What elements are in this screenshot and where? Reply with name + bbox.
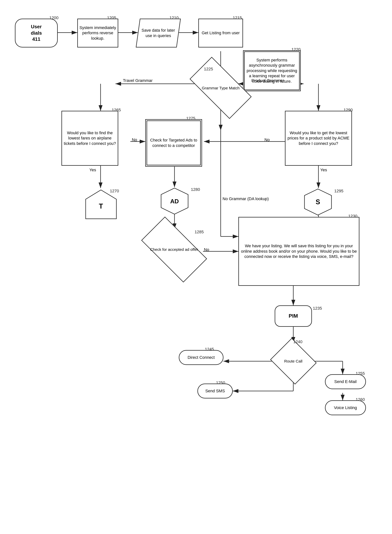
no-label-1265: No [132, 137, 137, 142]
yes-label-1290: Yes [320, 167, 327, 172]
check-ad-label: Check for accepted ad offer [148, 245, 200, 254]
label-1220: 1220 [291, 47, 301, 52]
voice-listing-label: Voice Listing [334, 405, 357, 411]
no-label-1290: No [264, 137, 270, 142]
direct-connect-label: Direct Connect [187, 355, 215, 360]
label-1280: 1280 [191, 187, 200, 192]
no-grammar-label: No Grammar (DA lookup) [223, 196, 269, 201]
system-grammar-shape: System performs asynchronously grammar p… [243, 50, 301, 91]
no-label-1285: No [204, 247, 209, 252]
label-1240: 1240 [293, 339, 303, 344]
user-dials-shape: Userdials411 [15, 19, 58, 47]
lowest-prices-label: Would you like to get the lowest prices … [285, 130, 351, 146]
lowest-fares-shape: Would you like to find the lowest fares … [61, 111, 118, 166]
flowchart-diagram: Userdials411 1200 System immediately per… [0, 0, 392, 534]
system-lookup-label: System immediately performs reverse look… [78, 25, 118, 41]
label-1285: 1285 [195, 230, 204, 234]
label-1270: 1270 [110, 189, 119, 193]
send-sms-label: Send SMS [205, 388, 225, 394]
targeted-ads-label: Check for Targeted Ads to connect to a c… [145, 135, 202, 151]
get-listing-label: Get Listing from user [202, 30, 240, 36]
save-data-shape: Save data for later use in queries [138, 19, 179, 47]
pim-label: PIM [289, 313, 298, 319]
label-1265: 1265 [112, 108, 121, 112]
label-1290: 1290 [344, 108, 353, 112]
travel-grammar-label: Travel Grammar [123, 78, 153, 83]
send-email-label: Send E-Mail [334, 379, 357, 385]
send-sms-shape: Send SMS [197, 384, 233, 399]
targeted-ads-shape: Check for Targeted Ads to connect to a c… [145, 119, 202, 167]
direct-connect-shape: Direct Connect [179, 350, 224, 365]
label-1275: 1275 [186, 116, 195, 121]
label-1260: 1260 [356, 397, 365, 402]
label-1250: 1250 [216, 380, 225, 385]
listing-save-label: We have your listing. We will save this … [239, 243, 359, 259]
pim-shape: PIM [275, 305, 312, 327]
grammar-type-label: Grammar Type Match [200, 84, 242, 92]
send-email-shape: Send E-Mail [325, 374, 366, 389]
route-call-label: Route Call [284, 359, 303, 364]
yes-label-1265: Yes [89, 167, 96, 172]
system-lookup-shape: System immediately performs reverse look… [77, 19, 118, 47]
system-grammar-label: System performs asynchronously grammar p… [243, 55, 301, 87]
voice-listing-shape: Voice Listing [325, 400, 366, 415]
listing-save-shape: We have your listing. We will save this … [238, 217, 359, 286]
svg-text:AD: AD [170, 198, 179, 205]
route-call-shape: Route Call [272, 343, 315, 380]
label-1225: 1225 [204, 67, 213, 71]
ad-shape: AD [159, 187, 190, 215]
s-shape: S [303, 188, 333, 216]
label-1215: 1215 [233, 15, 242, 20]
label-1245: 1245 [205, 347, 214, 352]
label-1210: 1210 [169, 15, 179, 20]
label-1255: 1255 [356, 371, 365, 376]
label-1295: 1295 [334, 189, 343, 193]
lowest-prices-shape: Would you like to get the lowest prices … [285, 111, 352, 166]
check-ad-shape: Check for accepted ad offer [138, 229, 210, 270]
label-1200: 1200 [49, 15, 58, 20]
label-1205: 1205 [107, 15, 116, 20]
get-listing-shape: Get Listing from user [198, 19, 243, 47]
svg-text:S: S [316, 198, 320, 206]
svg-text:T: T [99, 202, 103, 210]
label-1230: 1230 [348, 214, 357, 218]
user-dials-label: Userdials411 [31, 24, 42, 42]
save-data-label: Save data for later use in queries [138, 27, 179, 39]
lowest-fares-label: Would you like to find the lowest fares … [62, 130, 118, 146]
label-1235: 1235 [313, 306, 322, 311]
